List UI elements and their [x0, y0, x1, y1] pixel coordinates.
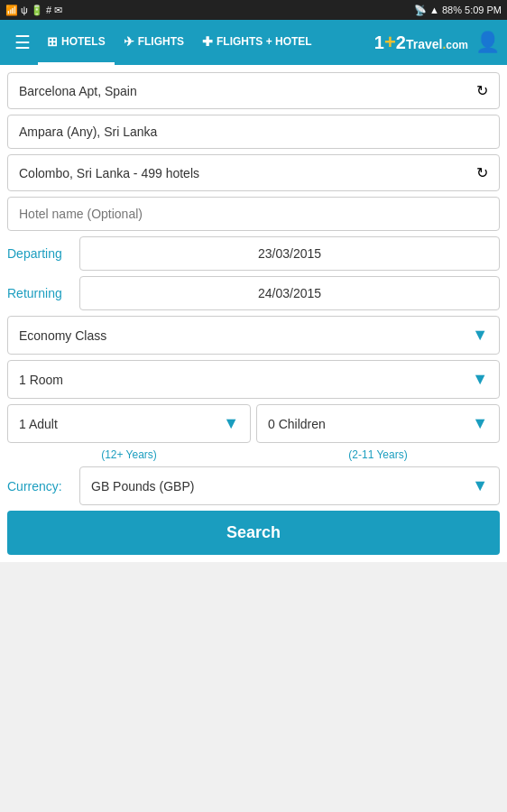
time-display: 5:09 PM: [465, 5, 502, 15]
adults-age-label: (12+ Years): [7, 448, 251, 461]
tab-flights-hotel-label: FLIGHTS + HOTEL: [217, 35, 312, 48]
status-bar-left: 📶 ψ 🔋 # ✉: [5, 5, 62, 16]
logo-travel: Travel: [406, 37, 442, 51]
logo-plus: +: [384, 31, 396, 53]
adults-children-row: 1 Adult ▼ 0 Children ▼: [7, 404, 500, 443]
destination-field[interactable]: [7, 115, 500, 149]
children-dropdown[interactable]: 0 Children ▼: [256, 404, 500, 443]
status-bar-right: 📡 ▲ 88% 5:09 PM: [414, 5, 502, 16]
currency-value: GB Pounds (GBP): [91, 479, 194, 494]
hotel-location-arrow: ↻: [476, 164, 488, 181]
currency-row: Currency: GB Pounds (GBP) ▼: [7, 466, 500, 505]
origin-field[interactable]: ↻: [7, 72, 500, 109]
destination-input[interactable]: [19, 125, 488, 139]
tab-hotels-label: HOTELS: [61, 35, 106, 48]
children-value: 0 Children: [268, 417, 326, 431]
adults-chevron: ▼: [223, 414, 239, 433]
hotels-icon: ⊞: [47, 34, 58, 49]
departing-label: Departing: [7, 246, 79, 261]
hotel-location-input[interactable]: [19, 166, 476, 180]
rooms-dropdown[interactable]: 1 Room ▼: [7, 360, 500, 399]
app-logo: 1+2Travel.com: [374, 31, 468, 54]
status-bar: 📶 ψ 🔋 # ✉ 📡 ▲ 88% 5:09 PM: [0, 0, 507, 20]
rooms-chevron: ▼: [472, 370, 488, 389]
returning-input[interactable]: [79, 276, 500, 310]
hotel-name-input[interactable]: [19, 207, 488, 221]
currency-label: Currency:: [7, 479, 79, 494]
currency-dropdown[interactable]: GB Pounds (GBP) ▼: [79, 466, 500, 505]
returning-row: Returning: [7, 276, 500, 310]
hotel-name-field[interactable]: [7, 197, 500, 231]
user-icon[interactable]: 👤: [475, 31, 500, 54]
tab-flights[interactable]: ✈ FLIGHTS: [115, 20, 193, 65]
origin-input[interactable]: [19, 84, 476, 98]
tab-flights-label: FLIGHTS: [138, 35, 184, 48]
returning-label: Returning: [7, 286, 79, 300]
age-labels: (12+ Years) (2-11 Years): [7, 448, 500, 461]
logo-2: 2: [396, 32, 406, 52]
hamburger-menu[interactable]: ☰: [7, 32, 38, 53]
nav-tabs: ⊞ HOTELS ✈ FLIGHTS ✚ FLIGHTS + HOTEL: [38, 20, 374, 65]
tab-hotels[interactable]: ⊞ HOTELS: [38, 20, 115, 65]
currency-chevron: ▼: [472, 476, 488, 495]
wifi-icon: ▲: [429, 5, 439, 15]
battery-level: 88%: [442, 5, 462, 15]
tab-flights-hotel[interactable]: ✚ FLIGHTS + HOTEL: [193, 20, 321, 65]
network-icon: 📡: [414, 5, 427, 16]
children-age-label: (2-11 Years): [256, 448, 500, 461]
children-chevron: ▼: [472, 414, 488, 433]
adults-dropdown[interactable]: 1 Adult ▼: [7, 404, 251, 443]
hotel-location-field[interactable]: ↻: [7, 154, 500, 191]
class-value: Economy Class: [19, 328, 106, 343]
class-dropdown[interactable]: Economy Class ▼: [7, 316, 500, 355]
adults-value: 1 Adult: [19, 417, 58, 431]
logo-com: com: [446, 39, 468, 51]
status-icons: 📶 ψ 🔋 # ✉: [5, 5, 62, 16]
origin-arrow: ↻: [476, 82, 488, 99]
flights-icon: ✈: [124, 34, 134, 49]
flights-hotel-icon: ✚: [202, 34, 213, 49]
departing-input[interactable]: [79, 236, 500, 271]
departing-row: Departing: [7, 236, 500, 271]
main-form: ↻ ↻ Departing Returning Economy Class ▼ …: [0, 65, 507, 562]
rooms-value: 1 Room: [19, 373, 63, 387]
logo-text: 1+2Travel.com: [374, 31, 468, 54]
search-button[interactable]: Search: [7, 511, 500, 555]
class-chevron: ▼: [472, 326, 488, 345]
nav-bar: ☰ ⊞ HOTELS ✈ FLIGHTS ✚ FLIGHTS + HOTEL 1…: [0, 20, 507, 65]
logo-1: 1: [374, 32, 384, 52]
